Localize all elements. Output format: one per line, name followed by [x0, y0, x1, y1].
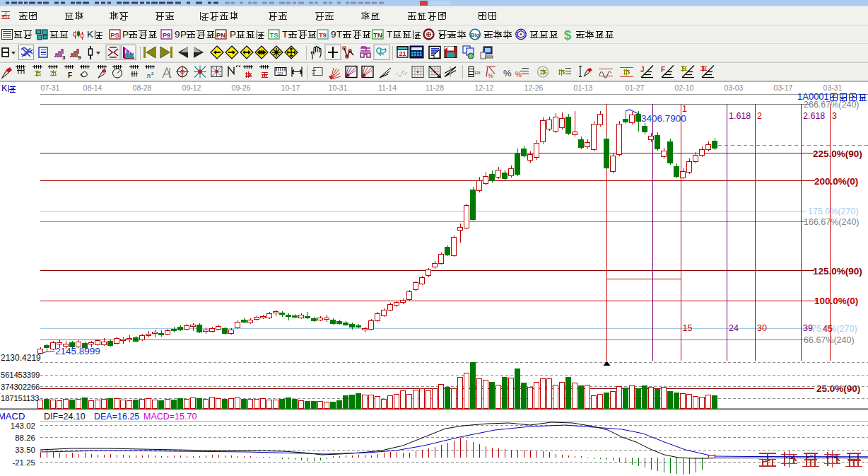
svg-text:09-12: 09-12: [182, 83, 201, 92]
svg-text:12-26: 12-26: [524, 83, 544, 92]
svg-text:P9: P9: [163, 31, 171, 39]
svg-text:DEA=16.25: DEA=16.25: [94, 412, 139, 422]
svg-text:9: 9: [78, 54, 81, 61]
svg-text:03-03: 03-03: [725, 83, 744, 92]
svg-text:2: 2: [757, 111, 762, 121]
svg-text:1: 1: [682, 104, 687, 114]
svg-text:11-14: 11-14: [378, 83, 397, 92]
svg-text:200.0%(0): 200.0%(0): [814, 176, 858, 187]
svg-text:123: 123: [474, 71, 481, 75]
svg-text:T: T: [387, 29, 392, 40]
svg-text:12-12: 12-12: [475, 83, 494, 92]
svg-text:Big: Big: [471, 32, 480, 38]
svg-text:75.0%(270): 75.0%(270): [811, 324, 857, 334]
svg-text:K: K: [87, 29, 93, 40]
svg-text:02-10: 02-10: [675, 83, 694, 92]
svg-text:123: 123: [277, 71, 283, 76]
svg-text:100.0%(0): 100.0%(0): [814, 296, 858, 306]
svg-text:03-17: 03-17: [774, 83, 793, 92]
svg-text:01-13: 01-13: [574, 83, 593, 92]
svg-text:DIF=24.10: DIF=24.10: [44, 412, 86, 422]
svg-text:09-26: 09-26: [232, 83, 251, 92]
svg-text:2145.8999: 2145.8999: [55, 346, 100, 356]
svg-text:P: P: [122, 29, 129, 40]
svg-text:TS: TS: [269, 31, 278, 39]
svg-text:25.0%(90): 25.0%(90): [816, 383, 860, 394]
svg-text:%: %: [488, 72, 493, 79]
svg-text:P: P: [230, 29, 236, 40]
svg-text:561453399: 561453399: [1, 371, 40, 379]
svg-text:08-28: 08-28: [133, 83, 152, 92]
svg-text:MACD: MACD: [0, 411, 25, 422]
svg-text:33.50: 33.50: [15, 446, 35, 454]
svg-text:MACD=15.70: MACD=15.70: [143, 412, 197, 422]
svg-text:45: 45: [823, 324, 833, 334]
svg-text:%: %: [503, 68, 512, 79]
svg-text:K: K: [1, 83, 8, 93]
svg-text:T: T: [336, 29, 342, 40]
svg-text:39: 39: [803, 323, 813, 333]
svg-text:9: 9: [331, 29, 336, 40]
svg-text:$: $: [564, 28, 572, 42]
svg-text:TN: TN: [373, 31, 382, 39]
svg-text:PS: PS: [110, 31, 119, 39]
svg-text:175.0%(270): 175.0%(270): [808, 207, 859, 216]
svg-text:01-27: 01-27: [626, 83, 645, 92]
svg-text:T9: T9: [319, 31, 327, 39]
svg-text:F: F: [68, 71, 72, 79]
svg-text:%: %: [515, 71, 522, 79]
svg-text:10-31: 10-31: [329, 83, 348, 92]
svg-text:08-14: 08-14: [83, 83, 102, 92]
svg-text:374302266: 374302266: [1, 383, 40, 391]
svg-text:66.67%(240): 66.67%(240): [804, 335, 855, 345]
svg-text:F: F: [661, 66, 665, 74]
svg-text:-21.25: -21.25: [12, 458, 35, 467]
svg-text:3406.7900: 3406.7900: [641, 113, 686, 124]
svg-text:30: 30: [757, 323, 767, 333]
svg-text:T: T: [282, 29, 288, 40]
svg-text:10-17: 10-17: [281, 83, 300, 92]
svg-text:143.02: 143.02: [11, 422, 35, 430]
svg-text:11-28: 11-28: [426, 83, 444, 92]
svg-text:P: P: [180, 29, 187, 40]
svg-text:24: 24: [729, 323, 739, 333]
svg-text:15: 15: [683, 323, 693, 333]
svg-text:166.67%(240): 166.67%(240): [804, 217, 860, 227]
svg-text:2130.4219: 2130.4219: [1, 353, 41, 363]
svg-text:3: 3: [62, 54, 66, 61]
svg-text:225.0%(90): 225.0%(90): [813, 149, 862, 159]
svg-text:88.26: 88.26: [15, 434, 35, 442]
svg-text:07-31: 07-31: [41, 83, 60, 92]
svg-text:1.618: 1.618: [729, 111, 751, 121]
svg-text:n: n: [147, 72, 151, 79]
svg-text:187151133: 187151133: [1, 394, 39, 402]
svg-text:125.0%(90): 125.0%(90): [813, 266, 862, 277]
svg-text:9: 9: [175, 29, 180, 40]
svg-text:21: 21: [399, 50, 406, 57]
svg-text:2.618: 2.618: [803, 111, 825, 121]
svg-text:J: J: [640, 66, 645, 74]
svg-text:PN: PN: [216, 31, 225, 39]
svg-text:266.67%(240): 266.67%(240): [804, 100, 860, 110]
svg-text:3: 3: [832, 111, 837, 121]
